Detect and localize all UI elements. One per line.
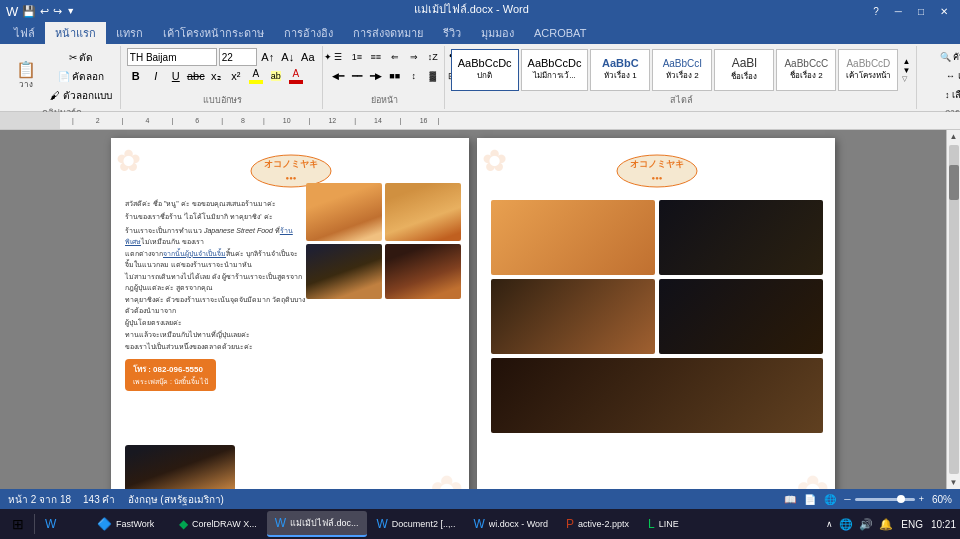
paste-button[interactable]: 📋 วาง bbox=[8, 50, 44, 102]
increase-indent-button[interactable]: ⇒ bbox=[405, 48, 423, 66]
taskbar-item-word-doc[interactable]: W แม่เม้ปไฟล์.doc... bbox=[267, 511, 367, 537]
styles-more-button[interactable]: ▲ ▼ ▽ bbox=[900, 55, 912, 85]
start-button[interactable]: ⊞ bbox=[4, 511, 32, 537]
style-no-spacing[interactable]: AaBbCcDc ไม่มีการเว้... bbox=[521, 49, 589, 91]
view-print-button[interactable]: 📄 bbox=[804, 494, 816, 505]
view-read-button[interactable]: 📖 bbox=[784, 494, 796, 505]
scroll-thumb[interactable] bbox=[949, 165, 959, 200]
align-left-button[interactable]: ◀━ bbox=[329, 67, 347, 85]
scroll-down-button[interactable]: ▼ bbox=[948, 476, 960, 489]
bullets-button[interactable]: ☰ bbox=[329, 48, 347, 66]
view-web-button[interactable]: 🌐 bbox=[824, 494, 836, 505]
font-color-picker[interactable]: A bbox=[287, 67, 305, 85]
zoom-control[interactable]: ─ + 60% bbox=[844, 494, 952, 505]
bold-button[interactable]: B bbox=[127, 67, 145, 85]
strikethrough-button[interactable]: abc bbox=[187, 67, 205, 85]
taskbar-item-line[interactable]: L LINE bbox=[640, 511, 690, 537]
system-tray: ∧ 🌐 🔊 🔔 bbox=[826, 518, 893, 531]
superscript-button[interactable]: x² bbox=[227, 67, 245, 85]
cut-button[interactable]: ✂ ตัด bbox=[46, 48, 116, 66]
subscript-button[interactable]: x₂ bbox=[207, 67, 225, 85]
tab-layout[interactable]: เค้าโครงหน้ากระดาษ bbox=[153, 22, 274, 44]
align-right-button[interactable]: ━▶ bbox=[367, 67, 385, 85]
tab-view[interactable]: มุมมอง bbox=[471, 22, 524, 44]
scroll-up-button[interactable]: ▲ bbox=[948, 130, 960, 143]
vertical-scrollbar[interactable]: ▲ ▼ bbox=[946, 130, 960, 489]
numbering-button[interactable]: 1≡ bbox=[348, 48, 366, 66]
style-heading2[interactable]: AaBbCcI หัวเรื่อง 2 bbox=[652, 49, 712, 91]
desc-text-5: ผู้ปุ่นโดยตรงเลยค่ะ bbox=[125, 317, 305, 328]
help-button[interactable]: ? bbox=[867, 0, 885, 22]
tab-review[interactable]: รีวิว bbox=[433, 22, 471, 44]
volume-icon[interactable]: 🔊 bbox=[859, 518, 873, 531]
page2-food-grid bbox=[491, 200, 823, 433]
restore-button[interactable]: □ bbox=[912, 0, 930, 22]
taskbar-item-coreldraw[interactable]: ◆ CorelDRAW X... bbox=[171, 511, 265, 537]
page-1: ✿ ✿ オコノミヤキ ●●● สวัสดีค่ะ ชื่อ "หนู" bbox=[111, 138, 469, 489]
undo-quick-icon[interactable]: ↩ bbox=[40, 5, 49, 18]
tab-home[interactable]: หน้าแรก bbox=[45, 22, 106, 44]
select-button[interactable]: ↕ เลือก ▼ bbox=[941, 86, 960, 104]
tray-up-icon[interactable]: ∧ bbox=[826, 519, 833, 529]
svg-text:オコノミヤキ: オコノミヤキ bbox=[264, 159, 318, 169]
decrease-font-button[interactable]: A↓ bbox=[279, 48, 297, 66]
style-normal[interactable]: AaBbCcDc ปกติ bbox=[451, 49, 519, 91]
increase-font-button[interactable]: A↑ bbox=[259, 48, 277, 66]
align-center-button[interactable]: ━━ bbox=[348, 67, 366, 85]
desc-text-7: ของเราไปเป็นส่วนหนึ่งของตลาดด้วยนะค่ะ bbox=[125, 341, 305, 352]
taskbar-item-document2[interactable]: W Document2 [..,.. bbox=[369, 511, 464, 537]
contact-box: โทร : 082-096-5550 เพระเฟสบุ๊ค : บัสยิ้น… bbox=[125, 359, 216, 391]
taskbar-item-word-main[interactable]: W bbox=[37, 511, 87, 537]
taskbar-item-pptx[interactable]: P active-2.pptx bbox=[558, 511, 638, 537]
page-2: ✿ ✿ オコノミヤキ ●●● bbox=[477, 138, 835, 489]
style-subtitle[interactable]: AaBbCcC ชื่อเรื่อง 2 bbox=[776, 49, 836, 91]
tab-acrobat[interactable]: ACROBAT bbox=[524, 22, 596, 44]
phone-text: โทร : 082-096-5550 bbox=[133, 363, 208, 376]
network-icon[interactable]: 🌐 bbox=[839, 518, 853, 531]
svg-text:オコノミヤキ: オコノミヤキ bbox=[630, 159, 684, 169]
justify-button[interactable]: ■■ bbox=[386, 67, 404, 85]
change-case-button[interactable]: Aa bbox=[299, 48, 317, 66]
line-spacing-button[interactable]: ↕ bbox=[405, 67, 423, 85]
food-img-4 bbox=[385, 244, 461, 299]
page2-food-2 bbox=[659, 200, 823, 275]
clock: 10:21 bbox=[931, 519, 956, 530]
language-indicator[interactable]: อังกฤษ (สหรัฐอเมริกา) bbox=[128, 492, 224, 507]
multilevel-list-button[interactable]: ≡≡ bbox=[367, 48, 385, 66]
taskbar-item-widocx[interactable]: W wi.docx - Word bbox=[465, 511, 556, 537]
replace-button[interactable]: ↔ แทนที่ bbox=[942, 67, 960, 85]
underline-button[interactable]: U bbox=[167, 67, 185, 85]
tab-references[interactable]: การอ้างอิง bbox=[274, 22, 343, 44]
italic-button[interactable]: I bbox=[147, 67, 165, 85]
minimize-button[interactable]: ─ bbox=[889, 0, 908, 22]
tab-mailings[interactable]: การส่งจดหมาย bbox=[343, 22, 433, 44]
font-family-input[interactable] bbox=[127, 48, 217, 66]
save-quick-icon[interactable]: 💾 bbox=[22, 5, 36, 18]
style-title[interactable]: AaBl ชื่อเรื่อง bbox=[714, 49, 774, 91]
scroll-track[interactable] bbox=[949, 145, 959, 474]
notification-icon[interactable]: 🔔 bbox=[879, 518, 893, 531]
taskbar-item-fastwork[interactable]: 🔷 FastWork bbox=[89, 511, 169, 537]
font-color-button[interactable]: A bbox=[247, 67, 265, 85]
page-info: หน้า 2 จาก 18 bbox=[8, 492, 71, 507]
close-button[interactable]: ✕ bbox=[934, 0, 954, 22]
page2-food-5 bbox=[491, 358, 823, 433]
food-img-2 bbox=[385, 183, 461, 241]
copy-button[interactable]: 📄 คัดลอก bbox=[46, 67, 116, 85]
shading-button[interactable]: ▓ bbox=[424, 67, 442, 85]
page2-food-3 bbox=[491, 279, 655, 354]
sort-button[interactable]: ↕Z bbox=[424, 48, 442, 66]
format-painter-button[interactable]: 🖌 ตัวลอกแบบ bbox=[46, 86, 116, 104]
find-button[interactable]: 🔍 ค้นหา ▼ bbox=[936, 48, 960, 66]
language-tray[interactable]: ENG bbox=[901, 519, 923, 530]
tab-insert[interactable]: แทรก bbox=[106, 22, 153, 44]
quick-access-more-icon[interactable]: ▼ bbox=[66, 6, 75, 16]
decrease-indent-button[interactable]: ⇐ bbox=[386, 48, 404, 66]
style-heading1[interactable]: AaBbC หัวเรื่อง 1 bbox=[590, 49, 650, 91]
redo-quick-icon[interactable]: ↪ bbox=[53, 5, 62, 18]
font-size-input[interactable] bbox=[219, 48, 257, 66]
style-emphasis[interactable]: AaBbCcD เค้าโครงหน้า bbox=[838, 49, 898, 91]
page2-logo-svg: オコノミヤキ ●●● bbox=[607, 152, 707, 190]
text-highlight-button[interactable]: ab bbox=[267, 67, 285, 85]
tab-file[interactable]: ไฟล์ bbox=[4, 22, 45, 44]
